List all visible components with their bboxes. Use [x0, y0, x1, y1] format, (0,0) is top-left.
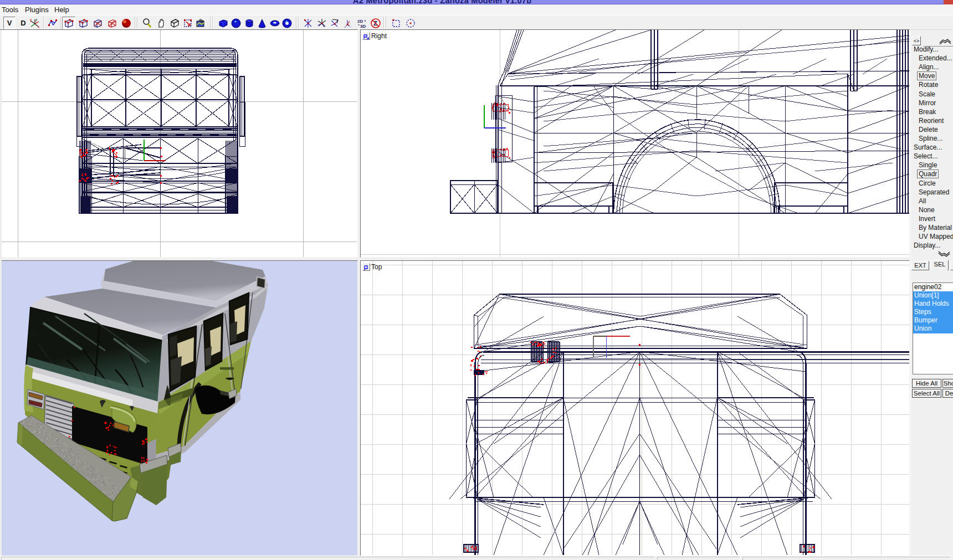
svg-text:z: z [35, 18, 37, 22]
svg-text:x: x [38, 25, 40, 29]
svg-text:3D: 3D [360, 24, 366, 29]
svg-text:2D: 2D [357, 19, 363, 24]
